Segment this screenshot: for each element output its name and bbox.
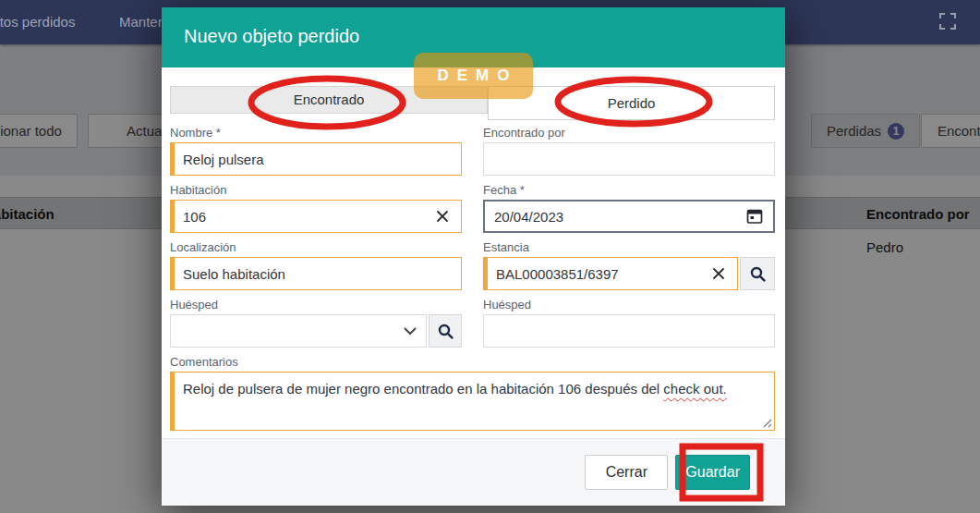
calendar-icon[interactable] xyxy=(745,207,764,226)
huesped-input[interactable] xyxy=(483,314,775,348)
encontrado-por-label: Encontrado por xyxy=(483,126,775,140)
field-huesped-derecha: Huésped xyxy=(483,290,775,348)
nombre-input[interactable]: Reloj pulsera xyxy=(170,142,462,176)
app-window: Objetos perdidos Mantenimiento Seleccion… xyxy=(0,0,980,513)
dialog-title: Nuevo objeto perdido xyxy=(162,7,785,66)
huesped-label: Huésped xyxy=(483,298,775,311)
localizacion-input[interactable]: Suelo habitación xyxy=(170,257,462,290)
habitacion-value: 106 xyxy=(183,209,428,225)
comentarios-textarea[interactable]: Reloj de pulsera de mujer negro encontra… xyxy=(170,372,775,431)
fecha-value: 20/04/2023 xyxy=(494,209,745,225)
resize-handle[interactable] xyxy=(763,419,772,428)
clear-icon[interactable] xyxy=(433,207,452,226)
field-habitacion: Habitación 106 xyxy=(170,176,462,233)
cerrar-button[interactable]: Cerrar xyxy=(585,455,668,490)
search-icon xyxy=(749,265,767,283)
estancia-input[interactable]: BAL00003851/6397 xyxy=(483,257,738,290)
localizacion-value: Suelo habitación xyxy=(183,266,452,282)
comentarios-label: Comentarios xyxy=(170,355,775,369)
estancia-value: BAL00003851/6397 xyxy=(496,266,704,282)
nombre-label: Nombre * xyxy=(170,126,462,140)
dialog-header: Nuevo objeto perdido xyxy=(162,7,785,67)
lost-object-form: Nombre * Reloj pulsera Encontrado por Ha… xyxy=(170,120,775,431)
tab-encontrado[interactable]: Encontrado xyxy=(170,86,488,114)
dialog-body: Encontrado Perdido Nombre * Reloj pulser… xyxy=(162,67,785,431)
field-fecha: Fecha * 20/04/2023 xyxy=(483,176,775,233)
field-localizacion: Localización Suelo habitación xyxy=(170,233,462,290)
search-icon xyxy=(437,323,454,340)
field-nombre: Nombre * Reloj pulsera xyxy=(170,120,462,176)
fecha-label: Fecha * xyxy=(483,183,775,197)
comentarios-spellcheck-text: check out. xyxy=(663,381,726,397)
habitacion-label: Habitación xyxy=(170,183,462,197)
comentarios-text: Reloj de pulsera de mujer negro encontra… xyxy=(183,381,663,397)
field-encontrado-por: Encontrado por xyxy=(483,120,775,176)
habitacion-input[interactable]: 106 xyxy=(170,200,462,233)
localizacion-label: Localización xyxy=(170,240,462,254)
guardar-button[interactable]: Guardar xyxy=(675,455,750,490)
field-comentarios: Comentarios Reloj de pulsera de mujer ne… xyxy=(170,348,775,431)
clear-icon[interactable] xyxy=(709,264,728,283)
chevron-down-icon xyxy=(404,327,417,336)
field-huesped-izquierda: Huésped xyxy=(170,290,462,348)
nav-item-objetos-perdidos[interactable]: Objetos perdidos xyxy=(0,0,75,44)
object-type-tabs: Encontrado Perdido xyxy=(170,86,775,120)
huesped-select[interactable] xyxy=(170,314,427,348)
nombre-value: Reloj pulsera xyxy=(183,152,452,167)
tab-perdido[interactable]: Perdido xyxy=(488,86,775,120)
fullscreen-icon[interactable] xyxy=(938,12,957,31)
huesped-search-button[interactable] xyxy=(429,314,462,348)
estancia-search-button[interactable] xyxy=(740,257,775,290)
field-estancia: Estancia BAL00003851/6397 xyxy=(483,233,775,290)
estancia-label: Estancia xyxy=(483,240,775,254)
huesped-label: Huésped xyxy=(170,298,462,311)
dialog-footer: Cerrar Guardar xyxy=(162,438,785,506)
new-lost-object-dialog: Nuevo objeto perdido Encontrado Perdido … xyxy=(162,7,785,506)
fecha-input[interactable]: 20/04/2023 xyxy=(483,200,775,233)
encontrado-por-input[interactable] xyxy=(483,142,775,176)
